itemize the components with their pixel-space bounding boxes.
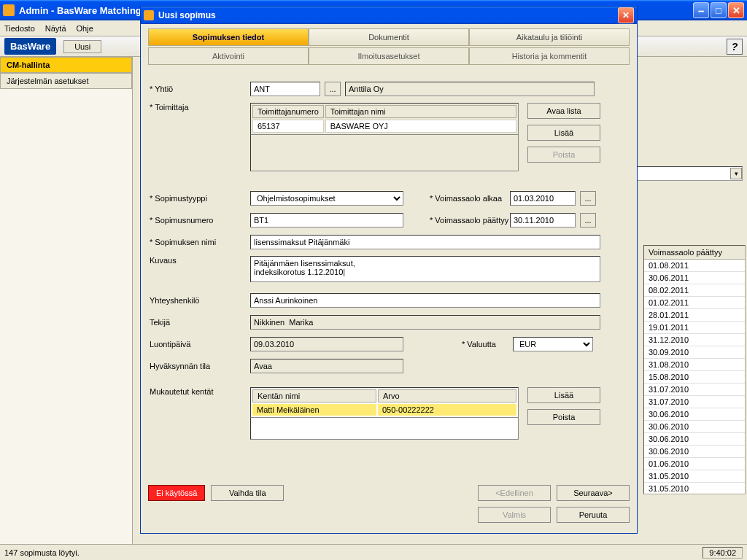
change-state-button[interactable]: Vaihda tila <box>211 485 284 501</box>
validity-list-row[interactable]: 31.08.2010 <box>644 359 745 371</box>
validity-list-row[interactable]: 30.06.2010 <box>644 408 745 421</box>
validity-list-row[interactable]: 30.06.2010 <box>644 433 745 446</box>
label-currency: * Valuutta <box>462 340 513 349</box>
validity-list-row[interactable]: 19.01.2011 <box>644 322 745 334</box>
validity-list-header[interactable]: Voimassaolo päättyy <box>644 246 745 260</box>
valid-to-picker-button[interactable]: ... <box>580 213 596 228</box>
currency-select[interactable]: EUR <box>513 337 593 351</box>
brand-logo: BasWare <box>4 38 56 55</box>
contract-name-input[interactable] <box>250 235 600 249</box>
approval-display <box>250 359 403 373</box>
tab-history[interactable]: Historia ja kommentit <box>469 47 630 65</box>
tab-notify[interactable]: Ilmoitusasetukset <box>309 47 469 65</box>
validity-list-row[interactable]: 31.07.2010 <box>644 396 745 408</box>
tab-schedule[interactable]: Aikataulu ja tiliöinti <box>469 28 630 46</box>
menu-file[interactable]: Tiedosto <box>4 24 35 33</box>
contract-type-select[interactable]: Ohjelmistosopimukset <box>250 191 403 206</box>
valid-from-input[interactable] <box>510 191 576 206</box>
tab-activation[interactable]: Aktivointi <box>148 47 309 65</box>
validity-list-row[interactable]: 08.02.2011 <box>644 284 745 297</box>
custom-field-value: 050-00222222 <box>378 404 516 416</box>
valid-to-input[interactable] <box>510 213 576 228</box>
new-button[interactable]: Uusi <box>63 40 101 53</box>
validity-list: Voimassaolo päättyy 01.08.201130.06.2011… <box>643 245 746 494</box>
label-supplier: * Toimittaja <box>148 103 250 112</box>
contract-no-input[interactable] <box>250 213 403 228</box>
dialog-icon <box>144 10 154 20</box>
validity-list-row[interactable]: 28.01.2011 <box>644 309 745 322</box>
label-valid-from: * Voimassaolo alkaa <box>430 194 510 203</box>
validity-list-body[interactable]: 01.08.201130.06.201108.02.201101.02.2011… <box>644 260 745 493</box>
label-company: * Yhtiö <box>148 85 250 93</box>
status-text: 147 sopimusta löytyi. <box>4 548 80 557</box>
sidebar-item-settings[interactable]: Järjestelmän asetukset <box>0 73 132 89</box>
valid-from-picker-button[interactable]: ... <box>580 191 596 206</box>
label-contract-name: * Sopimuksen nimi <box>148 238 250 246</box>
custom-col-value[interactable]: Arvo <box>378 389 516 402</box>
sidebar: CM-hallinta Järjestelmän asetukset <box>0 57 133 544</box>
prev-button[interactable]: <Edellinen <box>478 485 551 501</box>
label-author: Tekijä <box>148 318 250 327</box>
custom-col-name[interactable]: Kentän nimi <box>252 389 376 402</box>
remove-supplier-button[interactable]: Poista <box>527 147 600 163</box>
validity-list-row[interactable]: 31.05.2010 <box>644 470 745 483</box>
validity-list-row[interactable]: 31.07.2010 <box>644 384 745 396</box>
company-browse-button[interactable]: ... <box>325 82 341 96</box>
contact-input[interactable] <box>250 293 600 308</box>
maximize-button[interactable]: □ <box>711 2 727 18</box>
description-textarea[interactable] <box>250 256 600 282</box>
done-button[interactable]: Valmis <box>478 507 551 523</box>
validity-list-row[interactable]: 30.06.2010 <box>644 446 745 458</box>
dialog-titlebar: Uusi sopimus ✕ <box>141 7 637 24</box>
validity-list-row[interactable]: 31.05.2010 <box>644 483 745 493</box>
help-icon[interactable]: ? <box>727 39 743 55</box>
tab-documents[interactable]: Dokumentit <box>309 28 469 46</box>
label-contract-type: * Sopimustyyppi <box>148 194 250 203</box>
remove-custom-field-button[interactable]: Poista <box>527 409 600 425</box>
next-button[interactable]: Seuraava> <box>557 485 630 501</box>
supplier-row[interactable]: 65137 BASWARE OYJ <box>252 120 516 133</box>
cancel-button[interactable]: Peruuta <box>557 507 630 523</box>
validity-list-row[interactable]: 31.12.2010 <box>644 334 745 346</box>
supplier-row-number: 65137 <box>252 120 324 133</box>
validity-list-row[interactable]: 01.02.2011 <box>644 297 745 309</box>
app-icon <box>3 4 15 16</box>
validity-list-row[interactable]: 30.06.2011 <box>644 272 745 284</box>
tab-contract-info[interactable]: Sopimuksen tiedot <box>148 28 309 46</box>
chevron-down-icon: ▾ <box>730 168 742 179</box>
statusbar: 147 sopimusta löytyi. 9:40:02 <box>0 544 747 560</box>
background-dropdown[interactable]: ▾ <box>633 166 743 181</box>
supplier-col-number[interactable]: Toimittajanumero <box>252 105 324 118</box>
validity-list-row[interactable]: 01.08.2011 <box>644 260 745 272</box>
company-code-input[interactable] <box>250 82 320 96</box>
close-button[interactable]: ✕ <box>728 2 744 18</box>
company-name-display <box>345 82 595 96</box>
add-custom-field-button[interactable]: Lisää <box>527 387 600 403</box>
author-display <box>250 315 600 330</box>
sidebar-item-cm[interactable]: CM-hallinta <box>0 57 132 73</box>
validity-list-row[interactable]: 01.06.2010 <box>644 458 745 470</box>
label-valid-to: * Voimassaolo päättyy <box>430 216 510 225</box>
menu-help[interactable]: Ohje <box>77 24 93 33</box>
main-tabs: Sopimuksen tiedot Dokumentit Aikataulu j… <box>148 28 630 46</box>
validity-list-row[interactable]: 30.06.2010 <box>644 421 745 433</box>
supplier-col-name[interactable]: Toimittajan nimi <box>325 105 516 118</box>
label-custom-fields: Mukautetut kentät <box>148 387 250 396</box>
validity-list-row[interactable]: 15.08.2010 <box>644 371 745 384</box>
open-list-button[interactable]: Avaa lista <box>527 103 600 119</box>
status-time: 9:40:02 <box>703 547 743 559</box>
add-supplier-button[interactable]: Lisää <box>527 125 600 141</box>
minimize-button[interactable]: ‒ <box>693 2 709 18</box>
sub-tabs: Aktivointi Ilmoitusasetukset Historia ja… <box>148 47 630 65</box>
status-chip: Ei käytössä <box>148 485 205 501</box>
dialog-close-button[interactable]: ✕ <box>618 7 634 23</box>
label-created: Luontipäivä <box>148 340 250 349</box>
dialog-title: Uusi sopimus <box>158 10 616 20</box>
supplier-row-name: BASWARE OYJ <box>325 120 516 133</box>
menu-view[interactable]: Näytä <box>45 24 66 33</box>
label-contract-no: * Sopimusnumero <box>148 216 250 225</box>
label-description: Kuvaus <box>148 256 250 265</box>
custom-field-row[interactable]: Matti Meikäläinen 050-00222222 <box>252 404 516 416</box>
created-display <box>250 337 403 351</box>
validity-list-row[interactable]: 30.09.2010 <box>644 346 745 359</box>
